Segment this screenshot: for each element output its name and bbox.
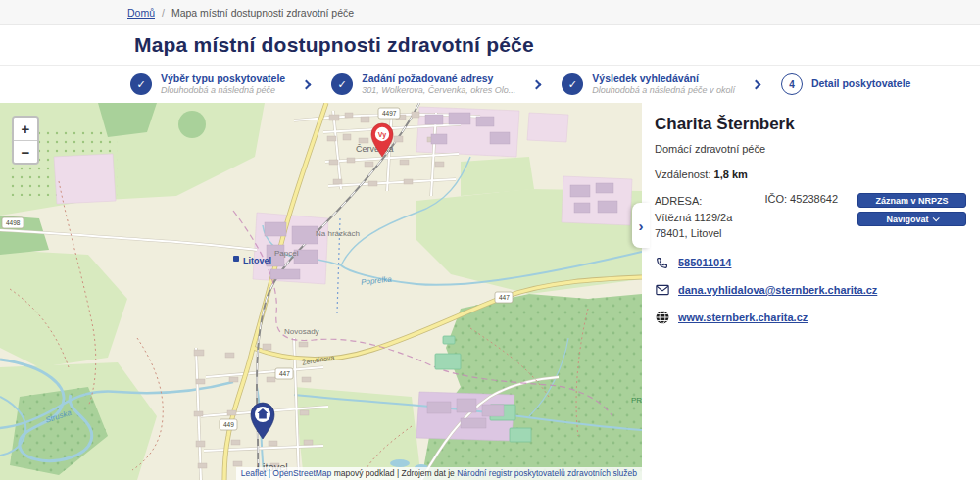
map-label-novosady: Novosady	[284, 327, 319, 336]
osm-link[interactable]: OpenStreetMap	[272, 468, 331, 478]
map-label-papcel: Papcel	[274, 249, 299, 258]
step-1-label: Výběr typu poskytovatele	[161, 72, 285, 85]
leaflet-link[interactable]: Leaflet	[241, 468, 267, 478]
step-4-label: Detail poskytovatele	[811, 77, 911, 90]
step-3-sublabel: Dlouhodobá a následná péče v okolí	[592, 85, 735, 96]
website-link[interactable]: www.sternberk.charita.cz	[678, 312, 808, 323]
address-block: ADRESA: Vítězná 1129/2a 78401, Litovel	[655, 193, 764, 242]
step-1-check-icon: ✓	[130, 73, 152, 95]
registry-link[interactable]: Národní registr poskytovatelů zdravotníc…	[457, 468, 637, 478]
road-badge-4497: 4497	[382, 110, 397, 117]
step-2-label: Zadání požadované adresy	[362, 72, 515, 85]
ico-number: IČO: 45238642	[764, 193, 858, 242]
phone-row: 585011014	[655, 256, 966, 270]
email-row: dana.vyhlidalova@sternberk.charita.cz	[655, 283, 966, 298]
distance-row: Vzdálenost: 1,8 km	[655, 168, 966, 180]
provider-location-marker-icon[interactable]	[251, 403, 274, 439]
step-3-label: Výsledek vyhledávání	[592, 72, 735, 85]
step-2-check-icon: ✓	[331, 73, 353, 95]
phone-icon	[655, 256, 669, 270]
attribution-text: mapový podklad | Zdrojem dat je	[331, 468, 457, 478]
map-zoom-control: + −	[12, 116, 39, 165]
email-icon	[655, 283, 669, 298]
chevron-down-icon	[932, 215, 939, 221]
stepper: ✓ Výběr typu poskytovatele Dlouhodobá a …	[0, 65, 980, 103]
distance-value: 1,8 km	[714, 168, 748, 180]
map-label-zerotinova: Žerotínova	[301, 353, 334, 366]
provider-name: Charita Šternberk	[655, 115, 966, 134]
nrpzs-record-button-label: Záznam v NRPZS	[875, 196, 948, 206]
your-location-marker-label: Vy	[378, 131, 386, 139]
email-link[interactable]: dana.vyhlidalova@sternberk.charita.cz	[678, 284, 877, 296]
address-label: ADRESA:	[655, 193, 764, 210]
chevron-right-icon: ›	[639, 217, 644, 234]
zoom-out-button[interactable]: −	[14, 140, 37, 163]
provider-care-type: Domácí zdravotní péče	[655, 143, 966, 155]
title-bar: Mapa místní dostupnosti zdravotní péče	[0, 25, 980, 65]
globe-icon	[655, 311, 669, 325]
website-row: www.sternberk.charita.cz	[655, 311, 966, 325]
address-city: 78401, Litovel	[655, 225, 764, 242]
breadcrumb-home-link[interactable]: Domů	[127, 7, 155, 19]
step-4-number: 4	[781, 73, 803, 95]
distance-label: Vzdálenost:	[655, 168, 710, 180]
breadcrumb-separator: /	[162, 7, 165, 19]
panel-expand-handle[interactable]: ›	[632, 203, 650, 248]
step-1-sublabel: Dlouhodobá a následná péče	[161, 85, 285, 96]
step-provider-type[interactable]: ✓ Výběr typu poskytovatele Dlouhodobá a …	[130, 72, 285, 96]
navigate-button[interactable]: Navigovat	[858, 212, 966, 226]
map-label-pr-reserve: PR	[631, 396, 642, 405]
step-results[interactable]: ✓ Výsledek vyhledávání Dlouhodobá a násl…	[562, 72, 735, 96]
page-title: Mapa místní dostupnosti zdravotní péče	[134, 33, 534, 57]
nrpzs-record-button[interactable]: Záznam v NRPZS	[858, 193, 966, 208]
step-detail: 4 Detail poskytovatele	[781, 73, 911, 95]
provider-detail-panel: Charita Šternberk Domácí zdravotní péče …	[642, 103, 980, 480]
step-3-check-icon: ✓	[562, 73, 583, 95]
breadcrumb: Domů / Mapa místní dostupnosti zdravotní…	[0, 0, 980, 25]
map-canvas[interactable]: Červenka Na hrázkách Papcel Novosady Lit…	[0, 103, 642, 480]
road-badge-447-east: 447	[499, 294, 510, 301]
step-separator-icon	[751, 79, 760, 89]
map-label-na-hrazkach: Na hrázkách	[316, 229, 360, 238]
map-label-litovel-station: Litovel	[243, 256, 271, 265]
info-row: ADRESA: Vítězná 1129/2a 78401, Litovel I…	[655, 193, 966, 242]
step-address[interactable]: ✓ Zadání požadované adresy 301, Wolkerov…	[331, 72, 515, 96]
road-badge-447-town: 447	[279, 370, 290, 377]
road-badge-4498: 4498	[6, 219, 21, 226]
phone-link[interactable]: 585011014	[678, 257, 731, 268]
navigate-button-label: Navigovat	[886, 215, 928, 224]
step-separator-icon	[302, 79, 312, 89]
address-street: Vítězná 1129/2a	[655, 210, 764, 226]
train-station-icon	[233, 256, 239, 262]
map-label-poprelka: Poprelka	[361, 274, 393, 286]
road-badge-449: 449	[223, 421, 234, 428]
zoom-in-button[interactable]: +	[14, 118, 37, 140]
breadcrumb-current: Mapa místní dostupnosti zdravotní péče	[172, 7, 354, 19]
step-separator-icon	[532, 79, 542, 89]
map-tiles: Červenka Na hrázkách Papcel Novosady Lit…	[0, 103, 642, 480]
map-attribution: Leaflet | OpenStreetMap mapový podklad |…	[236, 467, 642, 480]
step-2-sublabel: 301, Wolkerova, Červenka, okres Olo...	[362, 85, 515, 96]
